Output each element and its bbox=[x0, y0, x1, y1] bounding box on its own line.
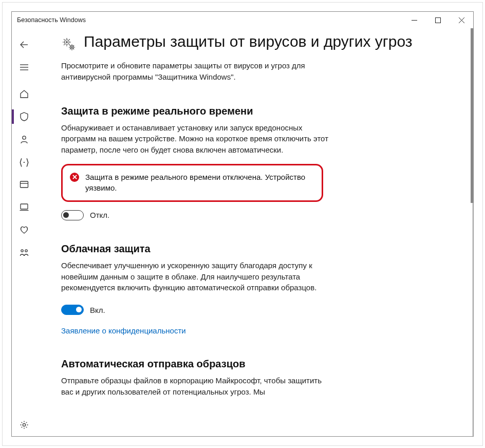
svg-rect-11 bbox=[21, 204, 28, 209]
section-auto-sample-submission: Автоматическая отправка образцов Отправь… bbox=[61, 358, 328, 398]
settings-gears-icon bbox=[61, 36, 77, 52]
svg-point-16 bbox=[65, 40, 69, 45]
svg-point-18 bbox=[70, 46, 73, 49]
cloud-toggle-label: Вкл. bbox=[90, 306, 105, 314]
page-header: Параметры защиты от вирусов и других угр… bbox=[61, 31, 464, 52]
section-realtime-protection: Защита в режиме реального времени Обнару… bbox=[61, 105, 328, 220]
nav-family-options[interactable] bbox=[12, 241, 36, 264]
realtime-alert-text: Защита в режиме реального времени отключ… bbox=[85, 172, 313, 193]
nav-settings[interactable] bbox=[12, 414, 36, 436]
cloud-description: Обеспечивает улучшенную и ускоренную защ… bbox=[61, 260, 328, 293]
nav-rail: ⟨⋅⟩ bbox=[12, 28, 36, 436]
nav-virus-protection[interactable] bbox=[12, 105, 36, 128]
scrollbar-thumb[interactable] bbox=[471, 28, 473, 203]
realtime-toggle[interactable] bbox=[61, 210, 84, 220]
realtime-toggle-row: Откл. bbox=[61, 210, 328, 220]
antenna-icon: ⟨⋅⟩ bbox=[19, 157, 29, 167]
privacy-statement-link[interactable]: Заявление о конфиденциальности bbox=[61, 326, 186, 335]
menu-button[interactable] bbox=[12, 56, 36, 79]
realtime-description: Обнаруживает и останавливает установку и… bbox=[61, 122, 328, 156]
window-controls bbox=[402, 12, 473, 28]
svg-point-14 bbox=[25, 250, 27, 252]
cloud-heading: Облачная защита bbox=[61, 243, 328, 255]
maximize-button[interactable] bbox=[426, 12, 450, 28]
minimize-button[interactable] bbox=[402, 12, 426, 28]
window-title: Безопасность Windows bbox=[17, 16, 86, 24]
samples-heading: Автоматическая отправка образцов bbox=[61, 358, 328, 370]
nav-app-browser[interactable] bbox=[12, 173, 36, 196]
realtime-toggle-label: Откл. bbox=[90, 211, 109, 219]
nav-device-security[interactable] bbox=[12, 196, 36, 218]
svg-rect-1 bbox=[435, 17, 440, 23]
svg-point-8 bbox=[23, 136, 26, 139]
svg-point-17 bbox=[66, 42, 68, 43]
samples-description: Отправьте образцы файлов в корпорацию Ма… bbox=[61, 375, 328, 398]
back-button[interactable] bbox=[12, 33, 36, 56]
window: Безопасность Windows bbox=[11, 11, 474, 437]
close-button[interactable] bbox=[450, 12, 473, 28]
svg-rect-9 bbox=[21, 181, 28, 188]
error-icon bbox=[70, 173, 79, 182]
realtime-heading: Защита в режиме реального времени bbox=[61, 105, 328, 117]
svg-point-15 bbox=[23, 423, 25, 426]
page-title: Параметры защиты от вирусов и других угр… bbox=[84, 31, 413, 51]
app-frame: Безопасность Windows bbox=[0, 0, 485, 448]
section-cloud-protection: Облачная защита Обеспечивает улучшенную … bbox=[61, 243, 328, 335]
svg-point-13 bbox=[21, 250, 23, 252]
page-description: Просмотрите и обновите параметры защиты … bbox=[61, 60, 328, 83]
nav-device-performance[interactable] bbox=[12, 218, 36, 241]
nav-firewall[interactable]: ⟨⋅⟩ bbox=[12, 151, 36, 173]
body: ⟨⋅⟩ bbox=[12, 28, 473, 436]
nav-home[interactable] bbox=[12, 83, 36, 105]
nav-account-protection[interactable] bbox=[12, 128, 36, 151]
svg-point-19 bbox=[71, 47, 72, 48]
content-scroll[interactable]: Параметры защиты от вирусов и других угр… bbox=[61, 28, 468, 436]
cloud-toggle-row: Вкл. bbox=[61, 305, 328, 315]
content-wrap: Параметры защиты от вирусов и других угр… bbox=[36, 28, 473, 436]
realtime-alert: Защита в режиме реального времени отключ… bbox=[61, 164, 323, 202]
cloud-toggle[interactable] bbox=[61, 305, 84, 315]
titlebar: Безопасность Windows bbox=[12, 12, 473, 28]
